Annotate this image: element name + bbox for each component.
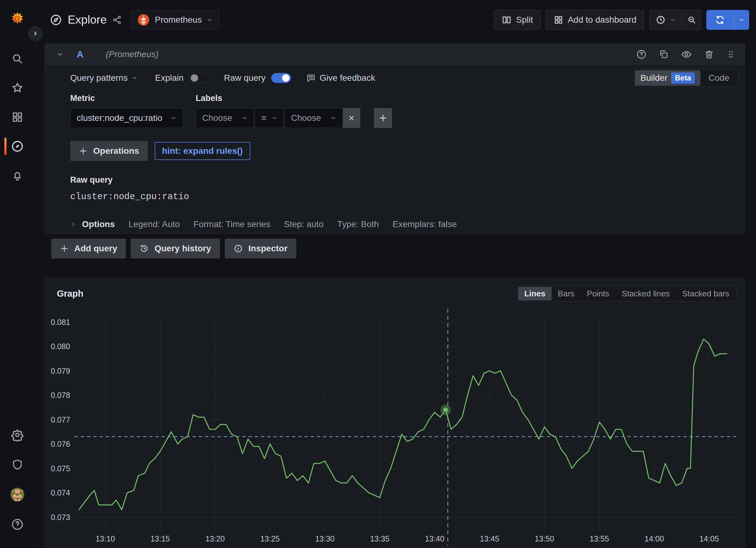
label-value-placeholder: Choose	[291, 113, 321, 123]
option-step: Step: auto	[284, 219, 324, 229]
raw-query-heading: Raw query	[70, 175, 739, 185]
page-title: Explore	[68, 13, 107, 26]
graph-mode-bars[interactable]: Bars	[552, 287, 581, 300]
drag-handle-icon[interactable]	[726, 49, 736, 60]
graph-style-switch: LinesBarsPointsStacked linesStacked bars	[517, 285, 737, 302]
explore-actions: Add query Query history Inspector	[51, 239, 296, 258]
sidebar-item-help[interactable]	[10, 518, 25, 531]
time-series-chart[interactable]: 0.0730.0740.0750.0760.0770.0780.0790.080…	[45, 306, 745, 548]
time-zoom-out-button[interactable]	[682, 10, 701, 30]
builder-mode-button[interactable]: Builder Beta	[635, 70, 700, 86]
operations-label: Operations	[93, 146, 139, 156]
refresh-button[interactable]	[706, 10, 734, 30]
raw-query-text: cluster:node_cpu:ratio	[70, 192, 739, 202]
label-operator-value: =	[261, 113, 266, 123]
svg-text:13:50: 13:50	[535, 534, 554, 543]
datasource-picker[interactable]: Prometheus	[131, 10, 219, 30]
topbar-actions: Split Add to dashboard	[494, 10, 749, 30]
add-operation-button[interactable]: Operations	[70, 141, 148, 161]
share-icon[interactable]	[112, 15, 122, 25]
delete-query-trash-icon[interactable]	[704, 49, 714, 60]
sidebar-nav	[10, 44, 25, 190]
hint-label: hint: expand rules()	[162, 146, 243, 156]
plus-icon	[79, 147, 88, 155]
label-operator-select[interactable]: =	[255, 108, 284, 128]
clock-icon	[656, 15, 666, 25]
label-key-select[interactable]: Choose	[196, 108, 254, 128]
query-history-label: Query history	[154, 244, 211, 253]
operations-row: Operations hint: expand rules()	[70, 141, 739, 161]
graph-mode-lines[interactable]: Lines	[518, 287, 552, 300]
label-value-select[interactable]: Choose	[285, 108, 343, 128]
graph-mode-stacked-bars[interactable]: Stacked bars	[676, 287, 736, 300]
labels-label: Labels	[196, 94, 392, 103]
options-toggle[interactable]: Options	[70, 219, 115, 229]
hint-expand-rules-button[interactable]: hint: expand rules()	[155, 142, 250, 160]
remove-label-filter-button[interactable]	[343, 108, 360, 128]
sidebar-item-security[interactable]	[10, 458, 25, 472]
beta-badge: Beta	[671, 72, 695, 84]
metric-field: Metric cluster:node_cpu:ratio	[70, 94, 183, 128]
collapse-chevron-icon[interactable]	[57, 51, 64, 58]
metric-select[interactable]: cluster:node_cpu:ratio	[70, 108, 183, 128]
query-row-header[interactable]: A (Prometheus)	[45, 44, 745, 65]
chevron-down-icon	[330, 115, 336, 121]
history-icon	[139, 244, 149, 253]
plus-icon	[379, 114, 387, 122]
add-query-button[interactable]: Add query	[51, 239, 126, 258]
split-button[interactable]: Split	[494, 10, 540, 30]
explain-toggle[interactable]	[189, 73, 209, 83]
sidebar-item-alerting[interactable]	[10, 169, 25, 182]
sidebar-item-settings[interactable]	[10, 428, 25, 442]
time-picker	[649, 10, 701, 30]
svg-text:13:25: 13:25	[260, 534, 280, 543]
time-range-button[interactable]	[649, 10, 682, 30]
duplicate-query-icon[interactable]	[658, 49, 669, 60]
give-feedback-label: Give feedback	[320, 73, 375, 83]
query-editor-panel: A (Prometheus) Query patterns Explain Ra…	[45, 43, 745, 234]
svg-text:0.077: 0.077	[51, 415, 70, 424]
graph-mode-stacked-lines[interactable]: Stacked lines	[616, 287, 676, 300]
metric-label: Metric	[70, 94, 183, 103]
split-icon	[502, 15, 512, 25]
query-toolbar: Query patterns Explain Raw query Give fe…	[70, 67, 739, 89]
sidebar-item-explore[interactable]	[10, 139, 25, 153]
svg-text:13:10: 13:10	[96, 534, 115, 543]
run-query-button	[706, 10, 749, 30]
sidebar-item-starred[interactable]	[10, 81, 25, 95]
add-label-filter-button[interactable]	[374, 108, 392, 128]
raw-query-toggle[interactable]	[271, 73, 291, 83]
disable-query-eye-icon[interactable]	[681, 49, 692, 60]
inspector-button[interactable]: Inspector	[225, 239, 296, 258]
graph-mode-points[interactable]: Points	[581, 287, 615, 300]
plus-icon	[60, 244, 69, 253]
refresh-sync-icon	[715, 15, 725, 25]
builder-fields: Metric cluster:node_cpu:ratio Labels Cho…	[70, 94, 739, 128]
metric-value: cluster:node_cpu:ratio	[77, 113, 162, 123]
refresh-interval-dropdown[interactable]	[734, 10, 749, 30]
svg-text:14:00: 14:00	[644, 534, 664, 543]
chevron-down-icon	[131, 75, 138, 81]
svg-text:0.076: 0.076	[51, 440, 70, 448]
sidebar-item-apps[interactable]	[10, 110, 25, 124]
sidebar-expand-button[interactable]	[28, 26, 43, 41]
grafana-logo-icon[interactable]	[9, 11, 25, 27]
query-history-button[interactable]: Query history	[131, 239, 220, 258]
option-format: Format: Time series	[194, 219, 270, 229]
add-to-dashboard-button[interactable]: Add to dashboard	[546, 10, 644, 30]
code-mode-button[interactable]: Code	[700, 73, 737, 83]
editor-mode-switch: Builder Beta Code	[634, 69, 739, 87]
sidebar	[0, 0, 35, 548]
chevron-down-icon	[272, 115, 277, 121]
code-label: Code	[708, 73, 729, 83]
raw-query-label: Raw query	[224, 73, 266, 83]
graph-header: Graph LinesBarsPointsStacked linesStacke…	[45, 278, 745, 306]
give-feedback-link[interactable]: Give feedback	[306, 73, 375, 83]
sidebar-item-search[interactable]	[10, 52, 25, 66]
query-options-row: Options Legend: Auto Format: Time series…	[70, 214, 739, 234]
svg-text:0.078: 0.078	[51, 391, 70, 400]
help-icon[interactable]	[636, 49, 647, 60]
query-patterns-dropdown[interactable]: Query patterns	[70, 73, 138, 83]
user-avatar[interactable]	[10, 488, 25, 501]
info-circle-icon	[234, 244, 243, 253]
